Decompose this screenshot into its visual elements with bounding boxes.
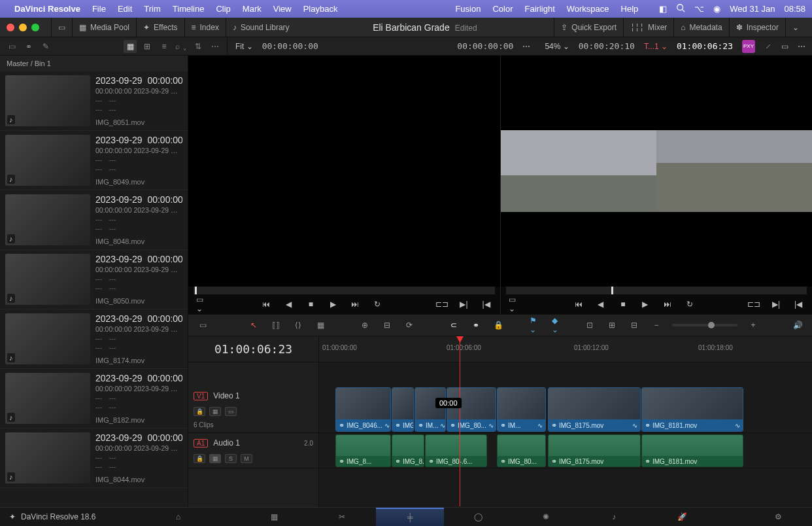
proxy-badge[interactable]: PXY	[742, 40, 755, 53]
video-clip[interactable]: ⚭IMG_8046...∿	[335, 387, 391, 432]
zoom-window[interactable]	[31, 24, 39, 31]
cut-page[interactable]: ✂	[308, 508, 376, 527]
audio-clip[interactable]: ⚭IMG_8...	[335, 434, 391, 467]
timeline-dropdown[interactable]: T...1 ⌄	[644, 42, 668, 51]
prog-view-mode[interactable]: ▭ ⌄	[509, 298, 520, 310]
menu-edit[interactable]: Edit	[118, 4, 132, 14]
mixer-toggle[interactable]: ╎╎╎Mixer	[623, 18, 673, 37]
a1-mute[interactable]: M	[241, 454, 252, 463]
viewer-options[interactable]: ⋯	[522, 42, 530, 51]
tray-icon[interactable]: ◧	[659, 4, 667, 14]
video-track-1[interactable]: ⚭IMG_8046...∿⚭IMG_8...∿⚭IM...∿⚭IMG_80...…	[319, 386, 812, 433]
video-clip[interactable]: ⚭IMG_8181.mov∿	[641, 387, 743, 432]
app-name[interactable]: DaVinci Resolve	[14, 4, 80, 14]
inspector-toggle[interactable]: ✽Inspector	[729, 18, 785, 37]
selection-tool[interactable]: ↖	[247, 319, 260, 332]
effects-toggle[interactable]: ✦Effects	[136, 18, 184, 37]
sort-button[interactable]: ⇅	[192, 40, 205, 53]
deliver-page[interactable]: 🚀	[648, 508, 716, 527]
dynamic-trim-tool[interactable]: ⟨⟩	[292, 319, 305, 332]
fusion-page[interactable]: ◯	[444, 508, 512, 527]
trim-tool[interactable]: ⟦⟧	[269, 319, 282, 332]
media-clip[interactable]: ♪ 2023-09-29 00:00:00:0000:00:00:00 2023…	[0, 250, 188, 309]
timeline-timecode[interactable]: 01:00:06:23	[188, 336, 318, 362]
menu-workspace[interactable]: Workspace	[567, 4, 609, 14]
src-stop[interactable]: ■	[305, 298, 316, 310]
menubar-date[interactable]: Wed 31 Jan	[730, 4, 775, 14]
quick-export-button[interactable]: ⇪Quick Export	[554, 18, 623, 37]
v1-auto[interactable]: ▦	[209, 407, 221, 416]
search-button[interactable]: ⌕ ⌄	[175, 40, 188, 53]
prog-out-point[interactable]: |◀	[792, 298, 804, 310]
prog-prev-frame[interactable]: ◀	[595, 298, 607, 310]
prog-in-point[interactable]: ▶|	[770, 298, 782, 310]
video-clip[interactable]: ⚭IMG_8175.mov∿	[548, 387, 641, 432]
close-window[interactable]	[7, 24, 14, 31]
src-first-frame[interactable]: ⏮	[260, 298, 272, 310]
src-match-frame[interactable]: ⊏⊐	[436, 298, 448, 310]
video-clip[interactable]: ⚭IMG_80...∿	[447, 387, 496, 432]
src-in-point[interactable]: ▶|	[458, 298, 470, 310]
program-scrubber[interactable]	[506, 287, 807, 294]
spotlight-icon[interactable]	[676, 3, 685, 14]
media-clip[interactable]: ♪ 2023-09-29 00:00:00:0000:00:00:00 2023…	[0, 131, 188, 190]
prog-loop[interactable]: ↻	[684, 298, 696, 310]
layout-toggle[interactable]: ▭	[51, 18, 72, 37]
home-page-icon[interactable]: ⌂	[144, 508, 212, 527]
prog-play[interactable]: ▶	[639, 298, 651, 310]
zoom-detail[interactable]: ⊞	[605, 319, 618, 332]
src-prev-frame[interactable]: ◀	[282, 298, 294, 310]
video-clip[interactable]: ⚭IM...∿	[497, 387, 546, 432]
zoom-slider[interactable]	[672, 324, 737, 326]
metadata-toggle[interactable]: ⌂Metadata	[673, 18, 728, 37]
list-view[interactable]: ≡	[158, 40, 171, 53]
a1-auto[interactable]: ▦	[209, 454, 221, 463]
media-clip[interactable]: ♪ 2023-09-29 00:00:00:0000:00:00:00 2023…	[0, 190, 188, 250]
control-center-icon[interactable]: ⌥	[694, 4, 704, 14]
audio-track-header[interactable]: A1Audio 12.0 🔒▦SM	[188, 433, 318, 468]
a1-solo[interactable]: S	[225, 454, 237, 463]
video-track-header[interactable]: V1Video 1 🔒▦▭ 6 Clips	[188, 386, 318, 433]
insert-clip[interactable]: ⊕	[358, 319, 371, 332]
zoom-in[interactable]: +	[747, 319, 760, 332]
src-out-point[interactable]: |◀	[481, 298, 492, 310]
linked-selection[interactable]: ⚭	[469, 319, 482, 332]
sound-library-toggle[interactable]: ♪Sound Library	[226, 18, 296, 37]
timeline-ruler[interactable]: 01:00:00:00 01:00:06:00 01:00:12:00 01:0…	[319, 336, 812, 362]
expand-toggle[interactable]: ⌄	[785, 18, 805, 37]
video-clip[interactable]: ⚭IMG_8...∿	[392, 387, 414, 432]
position-lock[interactable]: 🔒	[492, 319, 505, 332]
program-canvas[interactable]	[501, 56, 813, 287]
index-toggle[interactable]: ≡Index	[184, 18, 226, 37]
chat-icon[interactable]: ✎	[39, 40, 52, 53]
media-page[interactable]: ▦	[240, 508, 308, 527]
color-page[interactable]: ✺	[512, 508, 580, 527]
marker-dropdown[interactable]: ◆ ⌄	[552, 319, 565, 332]
audio-clip[interactable]: ⚭IMG_8...	[392, 434, 424, 467]
prog-next-frame[interactable]: ⏭	[662, 298, 673, 310]
menu-fusion[interactable]: Fusion	[455, 4, 481, 14]
menu-clip[interactable]: Clip	[216, 4, 230, 14]
menu-color[interactable]: Color	[492, 4, 513, 14]
overwrite-clip[interactable]: ⊟	[381, 319, 394, 332]
prog-stop[interactable]: ■	[617, 298, 629, 310]
src-play[interactable]: ▶	[327, 298, 339, 310]
project-settings[interactable]: ⚙	[744, 508, 812, 527]
breadcrumb[interactable]: Master / Bin 1	[0, 56, 188, 71]
zoom-full[interactable]: ⊡	[583, 319, 596, 332]
replace-clip[interactable]: ⟳	[403, 319, 416, 332]
menu-help[interactable]: Help	[621, 4, 639, 14]
menu-fairlight[interactable]: Fairlight	[525, 4, 555, 14]
grid-view[interactable]: ⊞	[141, 40, 154, 53]
zoom-out[interactable]: −	[650, 319, 663, 332]
more-button[interactable]: ⋯	[209, 40, 222, 53]
menu-trim[interactable]: Trim	[144, 4, 161, 14]
audio-clip[interactable]: ⚭IMG_8175.mov	[548, 434, 641, 467]
prog-match-frame[interactable]: ⊏⊐	[748, 298, 760, 310]
media-clip[interactable]: ♪ 2023-09-29 00:00:00:0000:00:00:00 2023…	[0, 71, 188, 131]
audio-clip[interactable]: ⚭IMG_80...	[497, 434, 546, 467]
minimize-window[interactable]	[19, 24, 27, 31]
a1-lock[interactable]: 🔒	[194, 454, 205, 463]
src-loop[interactable]: ↻	[371, 298, 383, 310]
v1-lock[interactable]: 🔒	[194, 407, 205, 416]
